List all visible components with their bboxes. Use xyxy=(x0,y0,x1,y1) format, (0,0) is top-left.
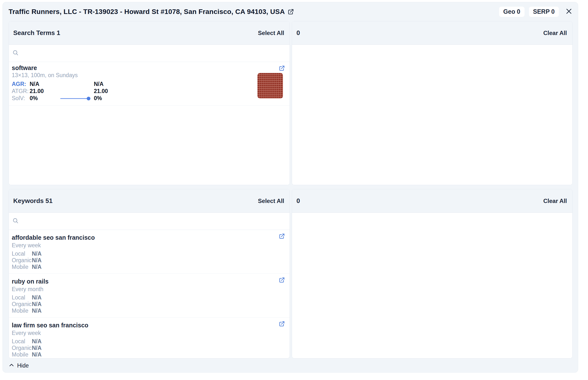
agr-value-2: N/A xyxy=(91,81,104,87)
keywords-list: affordable seo san francisco Every week … xyxy=(9,230,290,358)
solv-value-2: 0% xyxy=(91,95,102,102)
keyword-frequency: Every week xyxy=(12,329,275,337)
keyword-stat-mobile: Mobile N/A xyxy=(12,264,275,270)
search-terms-select-all-button[interactable]: Select All xyxy=(258,30,284,37)
local-label: Local xyxy=(12,250,32,257)
geo-count-badge: Geo 0 xyxy=(499,7,524,17)
local-value: N/A xyxy=(32,338,42,345)
header-right-group: Geo 0 SERP 0 xyxy=(499,7,573,17)
serp-count-badge: SERP 0 xyxy=(529,7,559,17)
search-term-item[interactable]: software 13×13, 100m, on Sundays AGR: N/… xyxy=(9,62,290,106)
keyword-stat-organic: Organic N/A xyxy=(12,257,275,264)
solv-value-1: 0% xyxy=(30,95,57,102)
magnifier-icon xyxy=(12,217,19,225)
geo-results-panel-header: 0 Clear All xyxy=(292,21,572,45)
keywords-search-row xyxy=(9,213,290,230)
geo-results-empty-body xyxy=(292,45,572,185)
keyword-stat-local: Local N/A xyxy=(12,338,275,345)
agr-label: AGR: xyxy=(12,81,30,87)
geo-grid-thumbnail[interactable] xyxy=(257,73,283,98)
keyword-frequency: Every month xyxy=(12,285,275,293)
external-link-icon[interactable] xyxy=(278,277,285,284)
solv-slider-handle[interactable] xyxy=(87,97,90,100)
search-terms-panel-header: Search Terms 1 Select All xyxy=(9,21,290,45)
organic-value: N/A xyxy=(32,257,42,264)
keyword-name: law firm seo san francisco xyxy=(12,321,275,329)
keyword-stat-organic: Organic N/A xyxy=(12,345,275,351)
organic-value: N/A xyxy=(32,301,42,307)
search-terms-search-row xyxy=(9,45,290,62)
organic-label: Organic xyxy=(12,257,32,264)
mobile-value: N/A xyxy=(32,351,42,358)
mobile-label: Mobile xyxy=(12,264,32,270)
chevron-up-icon xyxy=(9,362,15,369)
keywords-panel-header: Keywords 51 Select All xyxy=(9,189,290,213)
atgr-spacer xyxy=(57,88,91,95)
keywords-select-all-button[interactable]: Select All xyxy=(258,198,284,205)
keyword-name: affordable seo san francisco xyxy=(12,233,275,242)
serp-results-panel-header: 0 Clear All xyxy=(292,189,572,213)
organic-value: N/A xyxy=(32,345,42,351)
keyword-stats: Local N/A Organic N/A Mobile N/A xyxy=(12,338,275,358)
search-terms-panel-title: Search Terms 1 xyxy=(13,29,60,37)
mobile-value: N/A xyxy=(32,264,42,270)
keyword-stat-local: Local N/A xyxy=(12,250,275,257)
agr-spacer xyxy=(57,80,91,88)
window-title: Traffic Runners, LLC - TR-139023 - Howar… xyxy=(9,8,294,16)
close-button[interactable] xyxy=(565,8,573,16)
window-header: Traffic Runners, LLC - TR-139023 - Howar… xyxy=(3,2,578,21)
keyword-item[interactable]: law firm seo san francisco Every week Lo… xyxy=(9,318,290,358)
search-terms-panel: Search Terms 1 Select All software 13×13… xyxy=(9,21,290,185)
close-icon xyxy=(565,8,572,16)
keyword-stats: Local N/A Organic N/A Mobile N/A xyxy=(12,250,275,270)
serp-results-empty-body xyxy=(292,213,572,358)
window-title-text: Traffic Runners, LLC - TR-139023 - Howar… xyxy=(9,8,285,16)
local-label: Local xyxy=(12,338,32,345)
magnifier-icon xyxy=(12,49,19,57)
stat-row-atgr: ATGR: 21.00 21.00 xyxy=(12,88,253,95)
search-terms-list: software 13×13, 100m, on Sundays AGR: N/… xyxy=(9,62,290,185)
geo-results-count: 0 xyxy=(296,29,300,37)
keywords-search-input[interactable] xyxy=(19,213,286,230)
atgr-value-2: 21.00 xyxy=(91,88,108,95)
external-link-icon[interactable] xyxy=(287,8,294,15)
keyword-stat-local: Local N/A xyxy=(12,294,275,301)
serp-results-count: 0 xyxy=(296,197,300,205)
mobile-value: N/A xyxy=(32,307,42,314)
mobile-label: Mobile xyxy=(12,307,32,314)
keyword-stats: Local N/A Organic N/A Mobile N/A xyxy=(12,294,275,314)
local-label: Local xyxy=(12,294,32,301)
hide-toggle[interactable]: Hide xyxy=(3,359,578,373)
organic-label: Organic xyxy=(12,301,32,307)
solv-slider[interactable] xyxy=(60,98,90,99)
keyword-name: ruby on rails xyxy=(12,277,275,285)
serp-geo-selector-window: Traffic Runners, LLC - TR-139023 - Howar… xyxy=(2,2,578,373)
geo-results-panel: 0 Clear All xyxy=(292,21,572,185)
keywords-panel: Keywords 51 Select All affordable seo sa… xyxy=(9,189,290,359)
serp-results-clear-all-button[interactable]: Clear All xyxy=(543,198,567,205)
search-term-name: software xyxy=(12,64,253,72)
hide-label: Hide xyxy=(17,362,29,369)
keyword-frequency: Every week xyxy=(12,242,275,249)
solv-label: SolV: xyxy=(12,95,30,102)
geo-results-clear-all-button[interactable]: Clear All xyxy=(543,30,567,37)
keyword-item[interactable]: affordable seo san francisco Every week … xyxy=(9,230,290,274)
keyword-stat-mobile: Mobile N/A xyxy=(12,351,275,358)
external-link-icon[interactable] xyxy=(278,65,285,73)
search-term-meta: 13×13, 100m, on Sundays xyxy=(12,72,253,79)
solv-slider-zone xyxy=(57,95,91,102)
local-value: N/A xyxy=(32,294,42,301)
keyword-item[interactable]: ruby on rails Every month Local N/A Orga… xyxy=(9,274,290,318)
panel-grid: Search Terms 1 Select All software 13×13… xyxy=(3,21,578,359)
local-value: N/A xyxy=(32,250,42,257)
stat-row-agr: AGR: N/A N/A xyxy=(12,80,253,88)
external-link-icon[interactable] xyxy=(278,233,285,240)
atgr-value-1: 21.00 xyxy=(30,88,57,95)
search-terms-search-input[interactable] xyxy=(19,45,286,62)
atgr-label: ATGR: xyxy=(12,88,30,95)
external-link-icon[interactable] xyxy=(278,321,285,328)
serp-results-panel: 0 Clear All xyxy=(292,189,572,359)
keywords-panel-title: Keywords 51 xyxy=(13,197,52,205)
mobile-label: Mobile xyxy=(12,351,32,358)
keyword-stat-mobile: Mobile N/A xyxy=(12,307,275,314)
